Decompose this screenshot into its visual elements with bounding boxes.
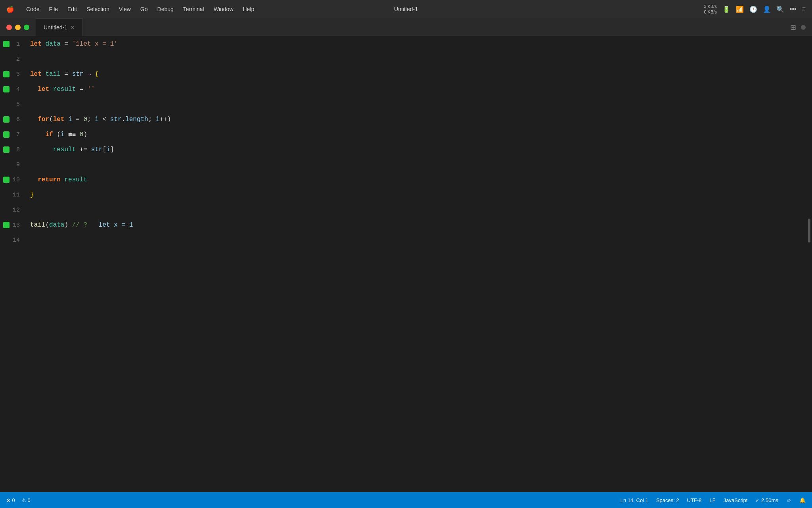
- more-actions-icon[interactable]: [801, 25, 806, 30]
- line-number: 9: [10, 162, 20, 168]
- menu-view[interactable]: View: [114, 4, 136, 14]
- line-number: 1: [10, 41, 20, 48]
- code-area[interactable]: let data = '1let x = 1' let tail = str ⇒…: [24, 37, 812, 492]
- maximize-button[interactable]: [24, 25, 29, 30]
- editor-tab[interactable]: Untitled-1 ✕: [36, 18, 83, 36]
- token: (: [53, 131, 61, 138]
- smiley-icon[interactable]: ☺: [786, 497, 791, 503]
- token: }: [30, 191, 34, 198]
- token: i: [68, 116, 72, 123]
- token: let: [30, 40, 45, 48]
- gutter-row: 3: [0, 67, 24, 82]
- menu-bar: 🍎 Code File Edit Selection View Go Debug…: [0, 0, 812, 18]
- traffic-lights: [0, 18, 36, 36]
- code-line: return result: [24, 172, 812, 187]
- gutter-row: 9: [0, 157, 24, 172]
- line-number: 6: [10, 116, 20, 123]
- code-line: let tail = str ⇒ {: [24, 67, 812, 82]
- line-number: 10: [10, 177, 20, 183]
- scrollbar-track[interactable]: [806, 37, 812, 492]
- apple-logo-icon[interactable]: 🍎: [6, 6, 14, 13]
- more-icon[interactable]: •••: [790, 6, 797, 13]
- token: data: [49, 221, 64, 229]
- cursor-position[interactable]: Ln 14, Col 1: [620, 497, 648, 503]
- bell-icon[interactable]: 🔔: [799, 497, 806, 503]
- token: [61, 176, 65, 183]
- menu-help[interactable]: Help: [238, 4, 259, 14]
- line-number: 3: [10, 71, 20, 78]
- search-icon[interactable]: 🔍: [776, 6, 784, 13]
- menu-selection[interactable]: Selection: [82, 4, 114, 14]
- list-icon[interactable]: ≡: [802, 6, 806, 13]
- gutter-row: 8: [0, 142, 24, 157]
- breakpoint-indicator[interactable]: [3, 86, 10, 92]
- token: ⇒: [87, 70, 91, 78]
- token: data: [45, 40, 60, 48]
- tab-close-icon[interactable]: ✕: [71, 25, 75, 30]
- language-mode[interactable]: JavaScript: [724, 497, 748, 503]
- breakpoint-indicator[interactable]: [3, 131, 10, 138]
- token: (: [49, 116, 53, 123]
- token: [: [102, 146, 106, 153]
- token: =: [72, 116, 84, 123]
- menu-go[interactable]: Go: [136, 4, 153, 14]
- token: tail: [45, 71, 60, 78]
- token: i: [156, 116, 160, 123]
- warnings-count[interactable]: ⚠ 0: [21, 497, 31, 503]
- token: '': [87, 86, 95, 93]
- breakpoint-indicator[interactable]: [3, 222, 10, 228]
- indentation[interactable]: Spaces: 2: [656, 497, 679, 503]
- breakpoint-indicator[interactable]: [3, 146, 10, 153]
- breakpoint-indicator[interactable]: [3, 71, 10, 77]
- line-number: 8: [10, 146, 20, 153]
- token: [30, 116, 38, 123]
- token: [30, 146, 53, 153]
- gutter-row: 5: [0, 97, 24, 112]
- token: [30, 176, 38, 183]
- token: =: [61, 71, 72, 78]
- token: result: [64, 176, 87, 183]
- code-line: }: [24, 187, 812, 202]
- line-number: 2: [10, 56, 20, 63]
- window-title: Untitled-1: [394, 6, 418, 12]
- status-left: ⊗ 0 ⚠ 0: [6, 497, 31, 503]
- breakpoint-indicator[interactable]: [3, 116, 10, 123]
- token: let: [53, 116, 68, 123]
- breakpoint-indicator[interactable]: [3, 41, 10, 47]
- menu-debug[interactable]: Debug: [153, 4, 178, 14]
- wifi-icon: 📶: [736, 6, 744, 13]
- token: {: [95, 71, 99, 78]
- errors-count[interactable]: ⊗ 0: [6, 497, 15, 503]
- token: '1let x = 1': [72, 40, 118, 48]
- menu-terminal[interactable]: Terminal: [178, 4, 209, 14]
- menu-items: Code File Edit Selection View Go Debug T…: [21, 4, 704, 14]
- menu-edit[interactable]: Edit: [63, 4, 82, 14]
- code-line: [24, 233, 812, 248]
- minimize-button[interactable]: [15, 25, 21, 30]
- token: str: [110, 116, 122, 123]
- code-line: [24, 202, 812, 217]
- scrollbar-thumb[interactable]: [808, 219, 810, 242]
- token: 0: [80, 131, 84, 138]
- token: let: [30, 71, 45, 78]
- menu-code[interactable]: Code: [21, 4, 44, 14]
- line-number: 4: [10, 86, 20, 93]
- line-number: 14: [10, 237, 20, 244]
- breakpoint-indicator[interactable]: [3, 177, 10, 183]
- time-icon: 🕐: [749, 6, 757, 13]
- timing[interactable]: ✓ 2.50ms: [755, 497, 778, 503]
- gutter-row: 13: [0, 217, 24, 233]
- menu-file[interactable]: File: [44, 4, 63, 14]
- token: [30, 131, 45, 138]
- close-button[interactable]: [6, 25, 12, 30]
- status-right: Ln 14, Col 1 Spaces: 2 UTF-8 LF JavaScri…: [620, 497, 806, 503]
- menu-window[interactable]: Window: [209, 4, 238, 14]
- lines-and-code: 1234567891011121314 let data = '1let x =…: [0, 37, 812, 492]
- encoding[interactable]: UTF-8: [687, 497, 702, 503]
- tab-label: Untitled-1: [44, 24, 67, 31]
- token: return: [38, 176, 61, 183]
- token: ;: [148, 116, 156, 123]
- split-editor-icon[interactable]: ⊞: [790, 23, 796, 32]
- user-icon: 👤: [763, 6, 771, 13]
- eol-type[interactable]: LF: [710, 497, 716, 503]
